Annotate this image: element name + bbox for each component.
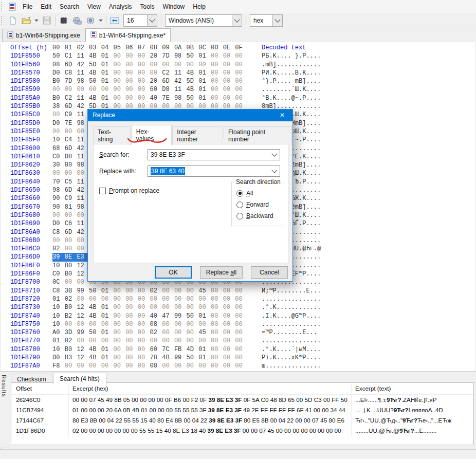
hex-byte[interactable]: 00 <box>235 345 247 354</box>
hex-byte[interactable]: A0 <box>52 328 65 337</box>
hex-byte[interactable]: 00 <box>235 312 247 320</box>
hex-offset[interactable]: 1D1F87A0 <box>10 362 52 370</box>
hex-offset[interactable]: 1D1F8550 <box>10 52 52 60</box>
replace-with-value[interactable]: 39 8E 63 40 <box>148 168 269 175</box>
hex-byte[interactable]: 4B <box>89 312 101 320</box>
hex-byte[interactable]: 00 <box>162 362 174 370</box>
hex-byte[interactable]: 00 <box>223 328 235 337</box>
hex-byte[interactable]: 01 <box>101 354 114 362</box>
combo-dropdown[interactable] <box>269 166 280 176</box>
hex-byte[interactable]: 6D <box>65 61 77 69</box>
decoded-text[interactable]: °В.K....@~.P.... <box>262 94 321 102</box>
hex-byte[interactable]: 00 <box>113 328 125 337</box>
hex-byte[interactable]: 6D <box>65 228 77 236</box>
hex-byte[interactable]: 00 <box>138 312 150 320</box>
hex-byte[interactable]: 7C <box>162 345 174 354</box>
document-tab-2[interactable]: b1-Win64-Shipping.exe* <box>85 28 171 42</box>
hex-byte[interactable]: 01 <box>52 295 65 303</box>
hex-byte[interactable]: 00 <box>187 303 199 311</box>
prompt-on-replace-row[interactable]: Prompt on replace <box>99 187 159 194</box>
hex-byte[interactable]: 00 <box>187 295 199 303</box>
hex-byte[interactable]: 00 <box>138 328 150 337</box>
hex-byte[interactable]: 00 <box>89 320 101 328</box>
hex-byte[interactable]: 00 <box>101 362 114 370</box>
excerpt-hex-header[interactable]: Excerpt (hex) <box>69 383 352 394</box>
hex-byte[interactable]: 45 <box>198 328 211 337</box>
hex-byte[interactable]: 01 <box>101 94 114 102</box>
hex-byte[interactable]: C2 <box>162 69 174 77</box>
hex-byte[interactable]: 10 <box>52 320 65 328</box>
hex-byte[interactable]: 00 <box>113 77 125 85</box>
hex-byte[interactable]: 50 <box>89 77 101 85</box>
hex-byte[interactable]: 00 <box>125 362 138 370</box>
combo-dropdown[interactable] <box>232 15 242 26</box>
hex-byte[interactable]: B0 <box>65 303 77 311</box>
hex-byte[interactable]: 00 <box>223 337 235 345</box>
hex-byte[interactable]: 99 <box>77 287 89 295</box>
decoded-text[interactable]: ................ <box>262 320 321 328</box>
hex-offset[interactable]: 1D1F8620 <box>10 161 52 169</box>
hex-byte[interactable]: 00 <box>65 278 77 286</box>
hex-byte[interactable]: 00 <box>223 354 235 362</box>
hex-byte[interactable]: 4B <box>89 52 101 60</box>
hex-byte[interactable]: 00 <box>113 85 125 94</box>
hex-byte[interactable]: 08 <box>52 61 65 69</box>
hex-byte[interactable]: 00 <box>198 61 211 69</box>
hex-byte[interactable]: 00 <box>125 345 138 354</box>
hex-byte[interactable]: C6 <box>65 219 77 228</box>
hex-offset[interactable]: 1D1F8590 <box>10 85 52 94</box>
hex-byte[interactable]: 01 <box>198 345 211 354</box>
hex-byte[interactable]: 00 <box>223 320 235 328</box>
hex-byte[interactable]: 42 <box>174 77 187 85</box>
hex-byte[interactable]: 50 <box>52 52 65 60</box>
hex-byte[interactable]: 81 <box>65 203 77 211</box>
hex-byte[interactable]: 50 <box>187 52 199 60</box>
hex-byte[interactable]: 00 <box>235 295 247 303</box>
hex-offset[interactable]: 1D1F8660 <box>10 194 52 203</box>
hex-byte[interactable]: B3 <box>65 354 77 362</box>
hex-byte[interactable]: 00 <box>89 295 101 303</box>
hex-byte[interactable]: 00 <box>235 303 247 311</box>
hex-byte[interactable]: 50 <box>89 328 101 337</box>
hex-byte[interactable]: 12 <box>77 303 89 311</box>
hex-byte[interactable]: 00 <box>211 287 223 295</box>
hex-byte[interactable]: D0 <box>52 119 65 127</box>
hex-byte[interactable]: 0C <box>52 278 65 286</box>
hex-byte[interactable]: D0 <box>52 219 65 228</box>
hex-byte[interactable]: 50 <box>89 287 101 295</box>
hex-offset[interactable]: 1D1F86B0 <box>10 236 52 245</box>
hex-byte[interactable]: 60 <box>150 85 162 94</box>
hex-offset[interactable]: 1D1F8630 <box>10 169 52 177</box>
hex-byte[interactable]: 11 <box>77 94 89 102</box>
hex-byte[interactable]: 4B <box>187 69 199 77</box>
hex-byte[interactable]: C9 <box>65 194 77 203</box>
hex-byte[interactable]: 00 <box>138 85 150 94</box>
hex-byte[interactable]: 00 <box>138 362 150 370</box>
hex-byte[interactable]: 3B <box>65 287 77 295</box>
hex-offset[interactable]: 1D1F8700 <box>10 278 52 286</box>
hex-byte[interactable]: 00 <box>138 345 150 354</box>
hex-byte[interactable]: C2 <box>65 94 77 102</box>
hex-byte[interactable]: 00 <box>174 320 187 328</box>
prompt-on-replace-checkbox[interactable] <box>99 188 106 194</box>
hex-byte[interactable]: B0 <box>65 262 77 270</box>
hex-byte[interactable]: 00 <box>211 328 223 337</box>
hex-byte[interactable]: 00 <box>125 295 138 303</box>
hex-byte[interactable]: 30 <box>52 161 65 169</box>
hex-byte[interactable]: 39 <box>52 253 65 261</box>
hex-byte[interactable]: 00 <box>187 337 199 345</box>
hex-offset[interactable]: 1D1F85E0 <box>10 127 52 136</box>
combo-dropdown[interactable] <box>147 15 157 26</box>
hex-byte[interactable]: 00 <box>125 52 138 60</box>
menu-item-window[interactable]: Window <box>159 1 189 12</box>
hex-offset[interactable]: 1D1F8690 <box>10 219 52 228</box>
hex-offset[interactable]: 1D1F8560 <box>10 61 52 69</box>
hex-byte[interactable]: 08 <box>150 320 162 328</box>
hex-byte[interactable]: 50 <box>187 312 199 320</box>
decoded-text[interactable]: °}.P.... mB].... <box>262 77 321 85</box>
hex-byte[interactable]: 00 <box>113 94 125 102</box>
hex-byte[interactable]: 40 <box>150 312 162 320</box>
disk-dropdown-arrow[interactable] <box>99 20 103 22</box>
hex-byte[interactable]: 01 <box>101 287 114 295</box>
hex-offset[interactable]: 1D1F8760 <box>10 328 52 337</box>
